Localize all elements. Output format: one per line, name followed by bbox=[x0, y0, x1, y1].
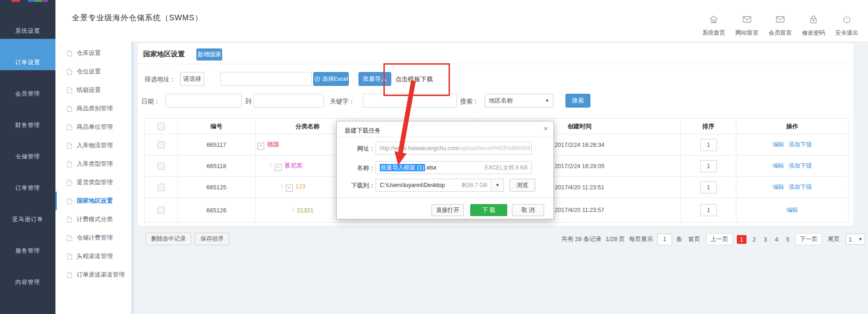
header-action-5[interactable]: 安全退出 bbox=[830, 14, 863, 37]
address-select[interactable]: 请选择 bbox=[180, 72, 204, 86]
submenu-item-12[interactable]: 头程渠道管理 bbox=[55, 247, 131, 266]
sidebar-item-9[interactable]: 内容管理 bbox=[0, 259, 55, 290]
submenu-item-2[interactable]: 仓位设置 bbox=[55, 62, 131, 81]
sort-input[interactable] bbox=[700, 204, 717, 216]
batch-import-button[interactable]: 批量导入 bbox=[358, 72, 391, 86]
first-page-link[interactable]: 首页 bbox=[686, 234, 702, 244]
submenu-item-5[interactable]: 商品单位管理 bbox=[55, 118, 131, 136]
sort-input[interactable] bbox=[700, 139, 717, 151]
sidebar-item-6[interactable]: 订单管理 bbox=[0, 164, 55, 196]
caret-down-icon: ▼ bbox=[545, 98, 549, 103]
header-action-4[interactable]: 修改密码 bbox=[797, 14, 830, 37]
document-icon bbox=[67, 124, 73, 131]
tree-connector: └ bbox=[279, 183, 284, 190]
document-icon bbox=[67, 50, 73, 57]
choose-excel-button[interactable]: 选择Excel bbox=[313, 72, 349, 86]
submenu-item-4[interactable]: 商品类别管理 bbox=[55, 99, 131, 118]
path-dropdown-button[interactable]: ▼ bbox=[492, 179, 504, 192]
column-header-5: 排序 bbox=[681, 119, 736, 134]
row-action-link[interactable]: 编辑 bbox=[773, 163, 784, 169]
page-number-4[interactable]: 4 bbox=[773, 235, 780, 244]
submenu-item-10[interactable]: 计费模式分类 bbox=[55, 210, 131, 229]
row-checkbox[interactable] bbox=[158, 184, 165, 191]
submenu-item-label: 计费模式分类 bbox=[77, 215, 113, 223]
row-checkbox[interactable] bbox=[158, 163, 165, 170]
page-select[interactable]: 1 ▼ bbox=[846, 234, 865, 245]
sidebar-item-3[interactable]: 会员管理 bbox=[0, 70, 55, 102]
header-action-label: 修改密码 bbox=[802, 29, 825, 37]
date-from-input[interactable] bbox=[165, 94, 242, 108]
submenu-item-label: 订单派送渠道管理 bbox=[77, 271, 125, 279]
sort-input[interactable] bbox=[700, 181, 717, 193]
row-action-link[interactable]: 添加下级 bbox=[789, 163, 812, 169]
lock-icon bbox=[808, 14, 819, 26]
row-action-link[interactable]: 添加下级 bbox=[789, 141, 812, 148]
template-download-hint[interactable]: 点击模板下载 bbox=[395, 75, 433, 84]
menu-scrollbar[interactable] bbox=[131, 42, 134, 314]
row-action-link[interactable]: 编辑 bbox=[773, 141, 784, 148]
sidebar-item-label: 会员管理 bbox=[15, 90, 40, 98]
page-select-value: 1 bbox=[849, 236, 852, 243]
page-number-1-active[interactable]: 1 bbox=[737, 235, 747, 244]
browse-button[interactable]: 浏览 bbox=[510, 179, 535, 192]
submenu-item-7[interactable]: 入库类型管理 bbox=[55, 155, 131, 173]
tree-collapse-icon[interactable]: − bbox=[275, 164, 282, 171]
submenu-item-11[interactable]: 仓储计费管理 bbox=[55, 229, 131, 247]
panel-header: 国家地区设置 新增国家 bbox=[138, 43, 854, 64]
search-type-select[interactable]: 地区名称 ▼ bbox=[485, 94, 553, 108]
sidebar-item-7[interactable]: 亚马逊订单 bbox=[0, 196, 55, 227]
row-checkbox[interactable] bbox=[158, 141, 165, 149]
select-all-checkbox[interactable] bbox=[158, 123, 165, 130]
submenu-item-3[interactable]: 纸箱设置 bbox=[55, 81, 131, 99]
cancel-button[interactable]: 取 消 bbox=[512, 204, 544, 216]
search-button[interactable]: 搜索 bbox=[565, 94, 590, 108]
next-page-link[interactable]: 下一页 bbox=[795, 233, 822, 245]
page-number-3[interactable]: 3 bbox=[762, 235, 769, 244]
sidebar-item-2[interactable]: 订单设置 bbox=[0, 39, 55, 70]
per-page-input[interactable] bbox=[657, 234, 672, 245]
document-w-icon bbox=[22, 262, 34, 276]
row-action-link[interactable]: 添加下级 bbox=[789, 184, 812, 190]
document-edit-icon bbox=[22, 199, 34, 213]
delete-selected-button[interactable]: 删除选中记录 bbox=[146, 233, 191, 245]
last-page-link[interactable]: 尾页 bbox=[826, 234, 842, 244]
submenu-item-label: 仓储计费管理 bbox=[77, 234, 113, 242]
sidebar-item-8[interactable]: 服务管理 bbox=[0, 227, 55, 259]
submenu-item-1[interactable]: 仓库设置 bbox=[55, 44, 131, 62]
choose-excel-label: 选择Excel bbox=[322, 75, 348, 83]
prev-page-link[interactable]: 上一页 bbox=[706, 233, 733, 245]
header-action-1[interactable]: 系统首页 bbox=[697, 14, 730, 37]
dialog-divider bbox=[337, 137, 553, 137]
date-to-input[interactable] bbox=[254, 94, 324, 108]
page-number-2[interactable]: 2 bbox=[751, 235, 758, 244]
tag-icon bbox=[22, 168, 34, 181]
keyword-input[interactable] bbox=[363, 94, 457, 108]
save-path-field[interactable]: 剩38.7 GB C:\Users\luyanni\Desktop bbox=[376, 179, 492, 192]
sidebar-item-5[interactable]: 仓储管理 bbox=[0, 133, 55, 164]
row-action-link[interactable]: 编辑 bbox=[773, 184, 784, 190]
filename-field[interactable]: EXCEL文档 8 KB 批量导入模版 (1).xlsx bbox=[376, 161, 532, 174]
submenu-item-13[interactable]: 订单派送渠道管理 bbox=[55, 266, 131, 284]
submenu-item-6[interactable]: 入库物流管理 bbox=[55, 136, 131, 155]
submenu-item-8[interactable]: 退货类型管理 bbox=[55, 173, 131, 192]
open-directly-button[interactable]: 直接打开 bbox=[431, 204, 464, 216]
tree-collapse-icon[interactable]: − bbox=[257, 143, 264, 150]
tree-collapse-icon[interactable]: − bbox=[286, 185, 293, 192]
add-country-button[interactable]: 新增国家 bbox=[196, 48, 222, 60]
row-checkbox[interactable] bbox=[158, 206, 165, 214]
submenu-item-9[interactable]: 国家地区设置 bbox=[55, 192, 131, 210]
header-action-3[interactable]: 会员留言 bbox=[764, 14, 797, 37]
sidebar-item-4[interactable]: 财务管理 bbox=[0, 102, 55, 133]
page-title: 国家地区设置 bbox=[143, 50, 185, 59]
page-number-5[interactable]: 5 bbox=[784, 235, 791, 244]
sidebar-item-1[interactable]: 系统设置 bbox=[0, 7, 55, 39]
save-sort-button[interactable]: 保存排序 bbox=[195, 233, 229, 245]
close-icon[interactable]: × bbox=[544, 125, 548, 133]
header-action-2[interactable]: 网站留言 bbox=[730, 14, 764, 37]
excel-file-input[interactable] bbox=[220, 72, 312, 86]
row-action-link[interactable]: 编辑 bbox=[787, 207, 798, 213]
document-icon bbox=[67, 216, 73, 223]
download-button[interactable]: 下 载 bbox=[470, 204, 507, 216]
url-field[interactable]: http://www.haiwaicangchu.com/upload/exce… bbox=[376, 142, 532, 155]
sort-input[interactable] bbox=[700, 160, 717, 172]
